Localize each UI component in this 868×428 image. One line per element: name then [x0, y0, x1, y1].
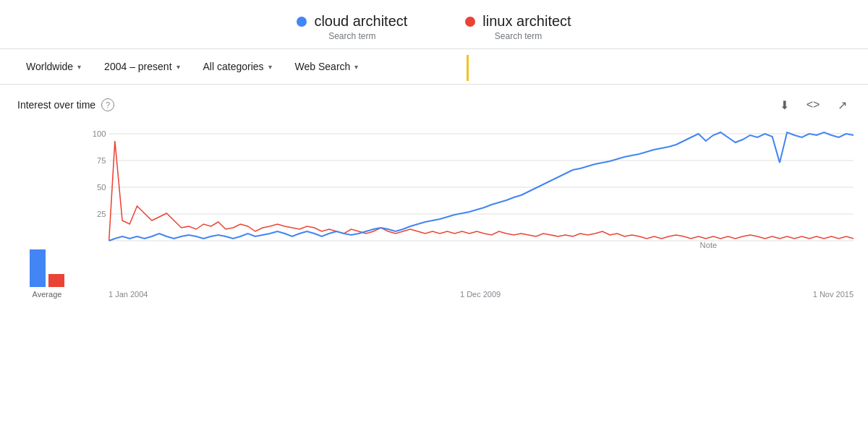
x-axis: 1 Jan 2004 1 Dec 2009 1 Nov 2015	[85, 288, 854, 299]
note-text: Note	[700, 241, 718, 249]
download-button[interactable]: ⬇	[775, 96, 793, 114]
main-chart: 100 75 50 25 Note 1 Jan 2004 1 Dec 2009 …	[85, 119, 854, 299]
average-label: Average	[33, 290, 62, 299]
legend: cloud architect Search term linux archit…	[0, 0, 868, 48]
avg-bar-cloud	[30, 249, 46, 287]
legend-dot-linux	[465, 17, 475, 27]
legend-sublabel-linux: Search term	[495, 31, 542, 41]
average-section: Average	[14, 244, 80, 299]
category-filter[interactable]: All categories ▾	[192, 56, 284, 77]
svg-text:75: 75	[97, 156, 106, 165]
help-icon[interactable]: ?	[101, 98, 114, 111]
x-label-2015: 1 Nov 2015	[813, 290, 854, 299]
section-actions: ⬇ <> ↗	[775, 96, 851, 114]
legend-label-cloud: cloud architect	[314, 13, 407, 30]
avg-bar-linux	[48, 274, 64, 287]
svg-text:100: 100	[93, 129, 106, 138]
section-title-group: Interest over time ?	[17, 98, 114, 111]
interest-over-time-label: Interest over time	[17, 99, 95, 111]
average-bars	[30, 244, 64, 287]
legend-label-linux: linux architect	[482, 13, 571, 30]
svg-text:25: 25	[97, 210, 106, 218]
chart-area: Average 100 75 50 25 Note 1 Jan 2004 1	[14, 119, 854, 299]
x-label-2009: 1 Dec 2009	[460, 290, 501, 299]
search-type-filter[interactable]: Web Search ▾	[284, 56, 370, 77]
legend-sublabel-cloud: Search term	[328, 31, 375, 41]
x-label-2004: 1 Jan 2004	[109, 290, 148, 299]
svg-text:50: 50	[97, 183, 106, 192]
legend-item-cloud: cloud architect Search term	[297, 13, 407, 41]
red-line	[109, 141, 854, 241]
filters-bar: Worldwide ▾ 2004 – present ▾ All categor…	[0, 48, 868, 85]
chevron-down-icon: ▾	[176, 63, 180, 71]
yellow-marker	[467, 55, 469, 81]
chevron-down-icon: ▾	[354, 63, 358, 71]
legend-item-linux: linux architect Search term	[465, 13, 571, 41]
section-header: Interest over time ? ⬇ <> ↗	[0, 85, 868, 119]
embed-button[interactable]: <>	[804, 96, 822, 114]
location-filter[interactable]: Worldwide ▾	[14, 56, 93, 77]
chevron-down-icon: ▾	[77, 63, 81, 71]
chevron-down-icon: ▾	[268, 63, 272, 71]
time-filter[interactable]: 2004 – present ▾	[93, 56, 191, 77]
legend-dot-cloud	[297, 17, 307, 27]
share-button[interactable]: ↗	[833, 96, 851, 114]
chart-svg: 100 75 50 25 Note	[85, 119, 854, 286]
